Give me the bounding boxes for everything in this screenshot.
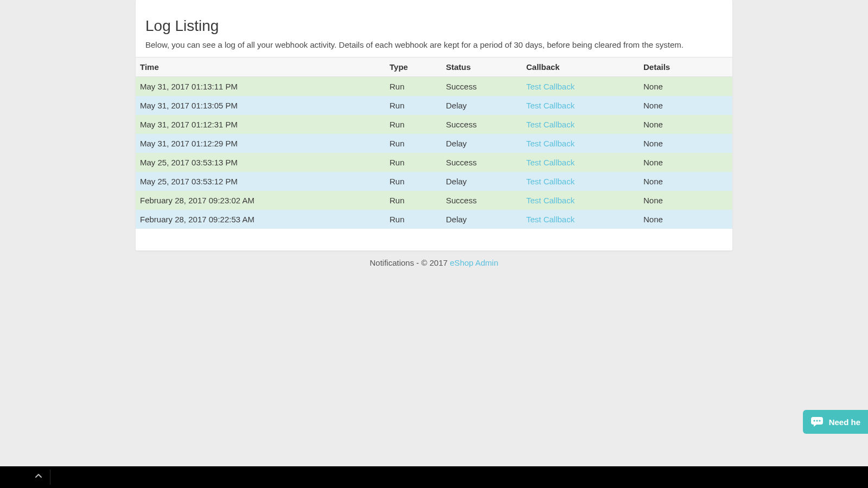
table-row: May 25, 2017 03:53:12 PMRunDelayTest Cal…: [136, 172, 732, 191]
callback-link[interactable]: Test Callback: [526, 101, 575, 110]
cell-status: Success: [443, 153, 523, 172]
callback-link[interactable]: Test Callback: [526, 215, 575, 224]
cell-callback: Test Callback: [523, 153, 640, 172]
cell-type: Run: [386, 115, 443, 134]
cell-details: None: [640, 96, 732, 115]
callback-link[interactable]: Test Callback: [526, 177, 575, 186]
table-row: May 31, 2017 01:13:11 PMRunSuccessTest C…: [136, 77, 732, 97]
table-row: May 31, 2017 01:13:05 PMRunDelayTest Cal…: [136, 96, 732, 115]
col-header-type: Type: [386, 57, 443, 77]
callback-link[interactable]: Test Callback: [526, 158, 575, 167]
chat-icon: [810, 416, 824, 427]
cell-time: May 31, 2017 01:13:11 PM: [136, 77, 386, 97]
cell-callback: Test Callback: [523, 115, 640, 134]
cell-status: Delay: [443, 172, 523, 191]
cell-time: May 31, 2017 01:12:29 PM: [136, 134, 386, 153]
chat-label: Need he: [829, 418, 860, 427]
cell-callback: Test Callback: [523, 172, 640, 191]
cell-type: Run: [386, 96, 443, 115]
bottom-bar: [0, 466, 868, 488]
cell-details: None: [640, 210, 732, 229]
cell-type: Run: [386, 153, 443, 172]
callback-link[interactable]: Test Callback: [526, 120, 575, 129]
cell-details: None: [640, 134, 732, 153]
callback-link[interactable]: Test Callback: [526, 196, 575, 205]
cell-callback: Test Callback: [523, 134, 640, 153]
table-row: May 31, 2017 01:12:29 PMRunDelayTest Cal…: [136, 134, 732, 153]
cell-type: Run: [386, 172, 443, 191]
cell-type: Run: [386, 191, 443, 210]
chat-widget[interactable]: Need he: [803, 410, 868, 434]
cell-time: May 31, 2017 01:12:31 PM: [136, 115, 386, 134]
bottom-bar-separator: [50, 470, 50, 485]
cell-time: May 31, 2017 01:13:05 PM: [136, 96, 386, 115]
cell-status: Success: [443, 77, 523, 97]
svg-point-1: [813, 420, 815, 421]
cell-callback: Test Callback: [523, 191, 640, 210]
col-header-status: Status: [443, 57, 523, 77]
cell-details: None: [640, 153, 732, 172]
cell-type: Run: [386, 134, 443, 153]
table-row: February 28, 2017 09:23:02 AMRunSuccessT…: [136, 191, 732, 210]
cell-details: None: [640, 77, 732, 97]
cell-status: Delay: [443, 134, 523, 153]
page-title: Log Listing: [136, 11, 732, 40]
cell-details: None: [640, 172, 732, 191]
log-table: Time Type Status Callback Details May 31…: [136, 57, 732, 229]
svg-point-3: [819, 420, 820, 421]
cell-time: May 25, 2017 03:53:13 PM: [136, 153, 386, 172]
cell-type: Run: [386, 77, 443, 97]
col-header-time: Time: [136, 57, 386, 77]
cell-details: None: [640, 191, 732, 210]
col-header-callback: Callback: [523, 57, 640, 77]
cell-type: Run: [386, 210, 443, 229]
page-description: Below, you can see a log of all your web…: [136, 40, 732, 57]
log-card: Log Listing Below, you can see a log of …: [136, 0, 732, 251]
footer-link[interactable]: eShop Admin: [450, 258, 498, 267]
cell-time: February 28, 2017 09:22:53 AM: [136, 210, 386, 229]
chevron-up-icon[interactable]: [35, 472, 42, 482]
cell-time: May 25, 2017 03:53:12 PM: [136, 172, 386, 191]
table-row: February 28, 2017 09:22:53 AMRunDelayTes…: [136, 210, 732, 229]
col-header-details: Details: [640, 57, 732, 77]
cell-callback: Test Callback: [523, 210, 640, 229]
table-header-row: Time Type Status Callback Details: [136, 57, 732, 77]
cell-status: Delay: [443, 210, 523, 229]
cell-callback: Test Callback: [523, 77, 640, 97]
cell-callback: Test Callback: [523, 96, 640, 115]
cell-status: Success: [443, 115, 523, 134]
table-row: May 25, 2017 03:53:13 PMRunSuccessTest C…: [136, 153, 732, 172]
callback-link[interactable]: Test Callback: [526, 82, 575, 91]
table-row: May 31, 2017 01:12:31 PMRunSuccessTest C…: [136, 115, 732, 134]
svg-point-2: [816, 420, 818, 421]
cell-details: None: [640, 115, 732, 134]
cell-status: Delay: [443, 96, 523, 115]
cell-status: Success: [443, 191, 523, 210]
footer: Notifications - © 2017 eShop Admin: [0, 258, 868, 267]
cell-time: February 28, 2017 09:23:02 AM: [136, 191, 386, 210]
callback-link[interactable]: Test Callback: [526, 139, 575, 148]
footer-text: Notifications - © 2017: [369, 258, 450, 267]
